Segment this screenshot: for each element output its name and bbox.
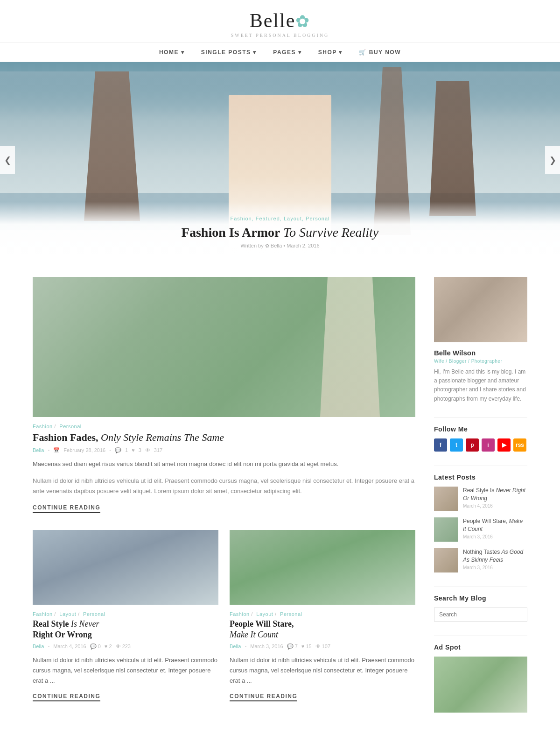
hero-meta: Written by ✿ Bella • March 2, 2016 [0,243,560,249]
featured-post-excerpt2: Nullam id dolor id nibh ultricies vehicu… [33,476,415,496]
grid-post-1-title: Real Style Is Never Right Or Wrong [33,619,218,641]
hero-next-button[interactable]: ❯ [545,146,560,174]
gp1-author: Bella [33,643,44,649]
site-logo: Belle✿ [0,9,560,32]
site-nav: HOME ▾ SINGLE POSTS ▾ PAGES ▾ SHOP ▾ 🛒 B… [0,43,560,62]
featured-post-title: Fashion Fades, Only Style Remains The Sa… [33,431,415,445]
gp2-views: 👁 107 [315,643,330,649]
gp1-title-italic: Is Never [71,619,99,629]
gp2-cat-layout[interactable]: Layout [256,611,276,617]
instagram-icon[interactable]: i [482,438,495,452]
post-author: Bella [33,447,44,453]
gp1-cat-fashion[interactable]: Fashion [33,611,56,617]
grid-post-1-excerpt: Nullam id dolor id nibh ultricies vehicu… [33,655,218,686]
featured-post-excerpt1: Maecenas sed diam eget risus varius blan… [33,459,415,469]
view-count: 317 [154,447,162,453]
social-icons: f t p i ▶ rss [434,438,527,452]
grid-post-1-categories: Fashion Layout Personal [33,611,218,617]
latest-post-item-3: Nothing Tastes As Good As Skinny Feels M… [434,548,527,572]
hero-title: Fashion Is Armor To Survive Reality [0,225,560,240]
grid-post-1-continue[interactable]: Continue Reading [33,693,100,701]
gp2-comments: 💬 7 [287,643,298,650]
lp3-info: Nothing Tastes As Good As Skinny Feels M… [463,548,527,571]
pinterest-icon[interactable]: p [466,438,479,452]
follow-widget: Follow Me f t p i ▶ rss [434,425,527,452]
hero-prev-button[interactable]: ❮ [0,146,15,174]
ad-spot-widget: Ad Spot [434,643,527,713]
grid-post-2-continue[interactable]: Continue Reading [230,693,297,701]
lp1-date: March 4, 2016 [463,503,527,509]
featured-post-meta: Bella • 📅 February 28, 2016 • 💬 1 ♥ 3 👁 … [33,447,415,453]
search-widget: Search My Blog [434,594,527,622]
lp2-thumb [434,517,458,542]
lp2-title[interactable]: People Will Stare, Make It Count [463,517,527,533]
hero-title-italic: To Survive Reality [283,225,378,240]
nav-single-posts[interactable]: SINGLE POSTS ▾ [201,49,257,56]
divider-2 [434,466,527,466]
main-wrapper: Fashion Personal Fashion Fades, Only Sty… [23,277,537,727]
ad-spot-image [434,657,527,713]
latest-post-item-1: Real Style Is Never Right Or Wrong March… [434,487,527,511]
lp3-title[interactable]: Nothing Tastes As Good As Skinny Feels [463,548,527,564]
latest-posts-title: Latest Posts [434,473,527,481]
calendar-icon: 📅 [53,447,60,453]
youtube-icon[interactable]: ▶ [497,438,511,452]
search-title: Search My Blog [434,594,527,602]
gp2-title-normal: People Will Stare, [230,619,294,629]
nav-pages[interactable]: PAGES ▾ [273,49,301,56]
author-role: Wife / Blogger / Photographer [434,359,527,364]
gp2-cat-fashion[interactable]: Fashion [230,611,253,617]
lp2-date: March 3, 2016 [463,534,527,539]
site-header: Belle✿ SWEET PERSONAL BLOGGING [0,0,560,43]
grid-post-2-meta: Bella • March 3, 2016 💬 7 ♥ 15 👁 107 [230,643,415,650]
nav-home[interactable]: HOME ▾ [159,49,184,56]
latest-posts-widget: Latest Posts Real Style Is Never Right O… [434,473,527,572]
twitter-icon[interactable]: t [450,438,463,452]
grid-post-2: Fashion Layout Personal People Will Star… [230,530,415,700]
cat-personal[interactable]: Personal [59,424,81,429]
facebook-icon[interactable]: f [434,438,447,452]
grid-post-1: Fashion Layout Personal Real Style Is Ne… [33,530,218,700]
gp1-date: March 4, 2016 [53,643,86,649]
logo-accent: ✿ [295,12,310,31]
view-icon: 👁 [145,447,150,453]
grid-post-2-categories: Fashion Layout Personal [230,611,415,617]
gp2-likes: ♥ 15 [301,643,312,649]
lp3-thumb [434,548,458,572]
gp1-title-normal: Real Style [33,619,69,629]
hero-title-normal: Fashion Is Armor [182,225,280,240]
rss-icon[interactable]: rss [513,438,526,452]
nav-buy-now[interactable]: 🛒 BUY NOW [359,49,401,56]
follow-title: Follow Me [434,425,527,433]
comment-icon: 💬 [115,447,121,453]
gp1-cat-personal[interactable]: Personal [83,611,105,617]
search-input[interactable] [434,608,527,622]
divider-1 [434,417,527,418]
logo-text: Belle [250,10,296,31]
grid-post-2-title: People Will Stare, Make It Count [230,619,415,641]
gp1-cat-layout[interactable]: Layout [59,611,79,617]
post-date: February 28, 2016 [63,447,105,453]
cat-fashion[interactable]: Fashion [33,424,56,429]
featured-post: Fashion Personal Fashion Fades, Only Sty… [33,277,415,511]
divider-4 [434,636,527,636]
hero-slider: ❮ ❯ Fashion, Featured, Layout, Personal … [0,62,560,258]
featured-post-continue[interactable]: Continue Reading [33,504,100,513]
site-tagline: SWEET PERSONAL BLOGGING [0,33,560,38]
gp2-cat-personal[interactable]: Personal [280,611,302,617]
grid-post-1-image [33,530,218,605]
lp1-title[interactable]: Real Style Is Never Right Or Wrong [463,487,527,502]
title-normal: Fashion Fades, [33,431,98,443]
nav-shop[interactable]: SHOP ▾ [318,49,343,56]
sidebar: Belle Wilson Wife / Blogger / Photograph… [434,277,527,727]
grid-post-2-image [230,530,415,605]
gp1-comments: 💬 0 [90,643,101,650]
comment-count: 1 [125,447,128,453]
gp2-title-italic: Make It Count [230,630,278,639]
featured-post-categories: Fashion Personal [33,424,415,429]
latest-post-item-2: People Will Stare, Make It Count March 3… [434,517,527,542]
gp1-likes: ♥ 2 [105,643,112,649]
lp2-info: People Will Stare, Make It Count March 3… [463,517,527,540]
author-name: Belle Wilson [434,349,527,357]
ad-spot-title: Ad Spot [434,643,527,651]
